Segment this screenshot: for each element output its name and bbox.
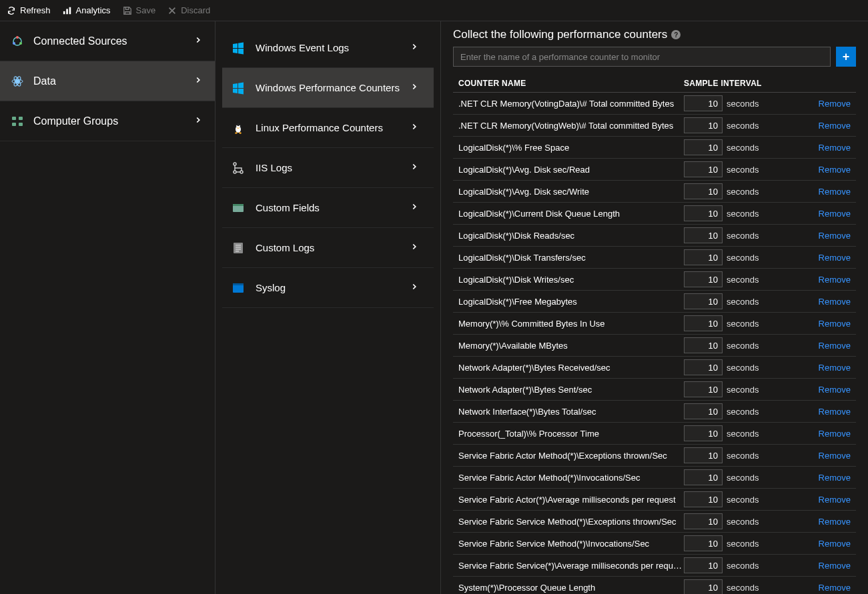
counter-remove-cell: Remove	[811, 451, 851, 461]
interval-input[interactable]	[684, 249, 723, 265]
svg-rect-27	[236, 249, 241, 250]
groups-icon	[11, 115, 24, 128]
iis-icon	[232, 161, 245, 175]
counter-name: Network Interface(*)\Bytes Total/sec	[458, 407, 684, 417]
refresh-label: Refresh	[20, 5, 51, 15]
remove-link[interactable]: Remove	[819, 297, 851, 307]
interval-input[interactable]	[684, 469, 723, 485]
counter-row: .NET CLR Memory(VotingWeb)\# Total commi…	[453, 115, 856, 137]
sidebar1-item[interactable]: Data	[0, 61, 215, 101]
remove-link[interactable]: Remove	[819, 363, 851, 373]
refresh-button[interactable]: Refresh	[7, 5, 51, 15]
header-sample-interval: SAMPLE INTERVAL	[684, 79, 811, 88]
counter-row: LogicalDisk(*)\Avg. Disk sec/Readseconds…	[453, 159, 856, 181]
counter-remove-cell: Remove	[811, 231, 851, 241]
remove-link[interactable]: Remove	[819, 385, 851, 395]
analytics-button[interactable]: Analytics	[63, 5, 111, 15]
save-button[interactable]: Save	[123, 5, 156, 15]
svg-rect-28	[236, 251, 239, 252]
remove-link[interactable]: Remove	[819, 429, 851, 439]
remove-link[interactable]: Remove	[819, 253, 851, 263]
remove-link[interactable]: Remove	[819, 231, 851, 241]
panel-title-row: Collect the following performance counte…	[453, 28, 856, 41]
remove-link[interactable]: Remove	[819, 319, 851, 329]
interval-input[interactable]	[684, 271, 723, 287]
interval-unit: seconds	[727, 275, 759, 285]
interval-unit: seconds	[727, 363, 759, 373]
interval-input[interactable]	[684, 293, 723, 309]
counter-name: System(*)\Processor Queue Length	[458, 583, 684, 593]
counter-name: LogicalDisk(*)\Avg. Disk sec/Write	[458, 187, 684, 197]
counter-row: LogicalDisk(*)\Disk Writes/secsecondsRem…	[453, 269, 856, 291]
interval-input[interactable]	[684, 227, 723, 243]
sidebar2-item[interactable]: Windows Event Logs	[222, 28, 434, 68]
interval-input[interactable]	[684, 337, 723, 353]
interval-input[interactable]	[684, 161, 723, 177]
sidebar1-item[interactable]: Connected Sources	[0, 21, 215, 61]
analytics-label: Analytics	[76, 5, 111, 15]
remove-link[interactable]: Remove	[819, 121, 851, 131]
remove-link[interactable]: Remove	[819, 275, 851, 285]
remove-link[interactable]: Remove	[819, 539, 851, 549]
interval-input[interactable]	[684, 557, 723, 573]
win-icon	[232, 41, 245, 55]
counter-interval-cell: seconds	[684, 95, 811, 111]
sidebar2-item[interactable]: Custom Logs	[222, 228, 434, 268]
interval-input[interactable]	[684, 425, 723, 441]
syslog-icon	[232, 281, 245, 295]
remove-link[interactable]: Remove	[819, 187, 851, 197]
remove-link[interactable]: Remove	[819, 209, 851, 219]
remove-link[interactable]: Remove	[819, 143, 851, 153]
interval-input[interactable]	[684, 579, 723, 594]
interval-input[interactable]	[684, 447, 723, 463]
counter-name-input[interactable]	[453, 47, 831, 67]
sidebar2-item[interactable]: IIS Logs	[222, 148, 434, 188]
svg-rect-12	[19, 117, 23, 120]
counter-name: Network Adapter(*)\Bytes Sent/sec	[458, 385, 684, 395]
sidebar2-item[interactable]: Custom Fields	[222, 188, 434, 228]
interval-input[interactable]	[684, 139, 723, 155]
add-counter-button[interactable]: +	[836, 47, 856, 67]
remove-link[interactable]: Remove	[819, 341, 851, 351]
chevron-right-icon	[195, 115, 201, 127]
remove-link[interactable]: Remove	[819, 165, 851, 175]
help-icon[interactable]: ?	[671, 30, 681, 39]
interval-input[interactable]	[684, 183, 723, 199]
interval-input[interactable]	[684, 315, 723, 331]
discard-button[interactable]: Discard	[167, 5, 210, 15]
sidebar2-item-label: Syslog	[256, 282, 411, 293]
interval-unit: seconds	[727, 517, 759, 527]
remove-link[interactable]: Remove	[819, 473, 851, 483]
interval-input[interactable]	[684, 359, 723, 375]
interval-input[interactable]	[684, 513, 723, 529]
interval-input[interactable]	[684, 491, 723, 507]
interval-input[interactable]	[684, 381, 723, 397]
remove-link[interactable]: Remove	[819, 495, 851, 505]
sidebar2-item[interactable]: Windows Performance Counters	[222, 68, 434, 108]
counter-remove-cell: Remove	[811, 363, 851, 373]
counter-row: Service Fabric Service Method(*)\Excepti…	[453, 511, 856, 533]
sidebar2-item[interactable]: Syslog	[222, 268, 434, 308]
sidebar2-item[interactable]: Linux Performance Counters	[222, 108, 434, 148]
interval-input[interactable]	[684, 535, 723, 551]
sidebar1-item-label: Computer Groups	[33, 115, 195, 127]
counter-row: Processor(_Total)\% Processor Timesecond…	[453, 423, 856, 445]
interval-input[interactable]	[684, 117, 723, 133]
svg-rect-11	[12, 117, 16, 120]
remove-link[interactable]: Remove	[819, 451, 851, 461]
remove-link[interactable]: Remove	[819, 407, 851, 417]
svg-rect-0	[63, 11, 65, 13]
counter-remove-cell: Remove	[811, 121, 851, 131]
interval-unit: seconds	[727, 187, 759, 197]
interval-input[interactable]	[684, 403, 723, 419]
counter-table[interactable]: .NET CLR Memory(VotingData)\# Total comm…	[453, 93, 856, 594]
interval-unit: seconds	[727, 407, 759, 417]
remove-link[interactable]: Remove	[819, 561, 851, 571]
remove-link[interactable]: Remove	[819, 517, 851, 527]
interval-input[interactable]	[684, 95, 723, 111]
sidebar1-item[interactable]: Computer Groups	[0, 101, 215, 141]
interval-input[interactable]	[684, 205, 723, 221]
remove-link[interactable]: Remove	[819, 99, 851, 109]
counter-row: Memory(*)\Available MBytessecondsRemove	[453, 335, 856, 357]
remove-link[interactable]: Remove	[819, 583, 851, 593]
